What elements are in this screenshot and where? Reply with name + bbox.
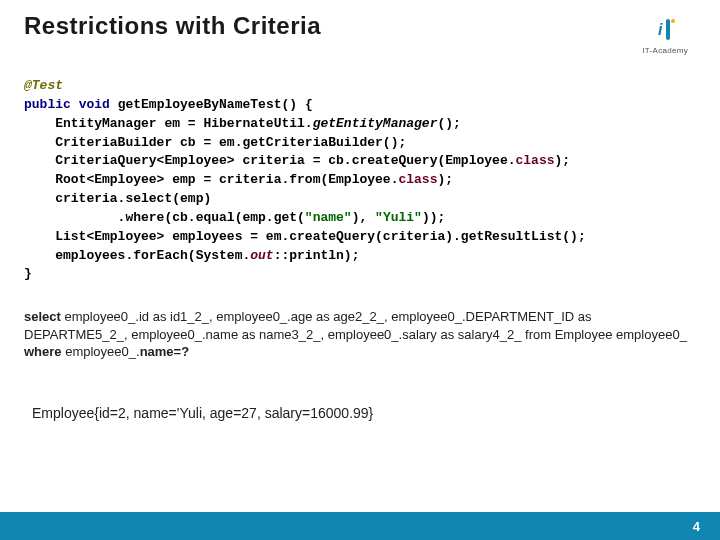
keyword-public: public [24, 97, 71, 112]
slide-footer: 4 [0, 512, 720, 540]
code-text: } [24, 266, 32, 281]
svg-text:i: i [658, 21, 663, 38]
svg-point-2 [671, 19, 675, 23]
code-text: CriteriaBuilder cb = em.getCriteriaBuild… [24, 135, 406, 150]
code-text: employees.forEach(System. [24, 248, 250, 263]
string-literal: "name" [305, 210, 352, 225]
logo: i IT-Academy [642, 12, 696, 55]
code-text: List<Employee> employees = em.createQuer… [24, 229, 586, 244]
code-text: () { [281, 97, 312, 112]
slide-header: Restrictions with Criteria i IT-Academy [0, 0, 720, 55]
sql-tail: employee0_. [62, 344, 140, 359]
result-output: Employee{id=2, name='Yuli, age=27, salar… [24, 405, 696, 421]
sql-param: name=? [140, 344, 190, 359]
code-text: .where(cb.equal(emp.get( [24, 210, 305, 225]
sql-body: employee0_.id as id1_2_, employee0_.age … [24, 309, 687, 342]
code-text: EntityManager em = HibernateUtil. [24, 116, 313, 131]
code-text: CriteriaQuery<Employee> criteria = cb.cr… [24, 153, 515, 168]
code-text: Root<Employee> emp = criteria.from(Emplo… [24, 172, 398, 187]
string-literal: "Yuli" [375, 210, 422, 225]
svg-rect-0 [666, 19, 670, 40]
code-text: ), [352, 210, 375, 225]
code-text: ); [437, 172, 453, 187]
sql-keyword: where [24, 344, 62, 359]
slide-content: @Test public void getEmployeeByNameTest(… [0, 55, 720, 512]
annotation: @Test [24, 78, 63, 93]
keyword-class: class [398, 172, 437, 187]
keyword-void: void [79, 97, 110, 112]
code-block: @Test public void getEmployeeByNameTest(… [24, 77, 696, 284]
sql-keyword: select [24, 309, 61, 324]
code-text: ::println); [274, 248, 360, 263]
method-name: getEmployeeByNameTest [118, 97, 282, 112]
sql-output: select employee0_.id as id1_2_, employee… [24, 308, 696, 361]
code-text: getEntityManager [313, 116, 438, 131]
slide-title: Restrictions with Criteria [24, 12, 321, 40]
keyword-class: class [515, 153, 554, 168]
code-text: criteria.select(emp) [24, 191, 211, 206]
logo-text: IT-Academy [642, 46, 688, 55]
code-text: (); [437, 116, 460, 131]
system-out: out [250, 248, 273, 263]
code-text: ); [555, 153, 571, 168]
code-text: )); [422, 210, 445, 225]
logo-icon: i [651, 16, 679, 44]
page-number: 4 [693, 519, 700, 534]
